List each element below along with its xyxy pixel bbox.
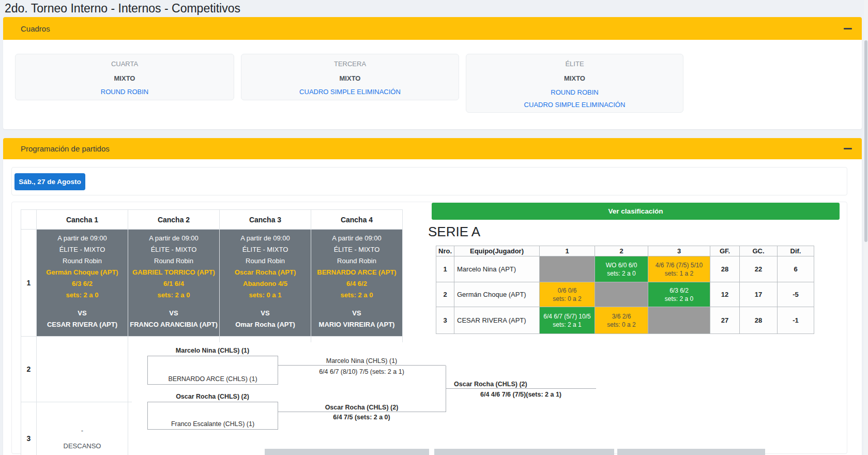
rest-dash: - (81, 427, 83, 434)
programacion-panel-header[interactable]: Programación de partidos (3, 138, 862, 159)
bracket-sf1-winner: Marcelo Nina (CHLS) (1) (278, 357, 446, 366)
bracket-final-score: 6/4 4/6 7/6 (7/5)(sets: 2 a 1) (446, 390, 596, 399)
class-loss-cell: 0/6 0/6 sets: 0 a 2 (540, 282, 595, 307)
bracket-sf1-player-bottom: BERNARDO ARCE (CHLS) (1) (148, 375, 278, 383)
match-start-time: A partir de 09:00 (220, 233, 311, 244)
class-row-number: 2 (436, 282, 454, 307)
class-dif-value: 6 (778, 256, 814, 282)
date-tab-button[interactable]: Sáb., 27 de Agosto (14, 173, 85, 190)
match-cell-court-1[interactable]: A partir de 09:00 ÉLITE - MIXTO Round Ro… (37, 230, 128, 337)
rest-cell: - DESCANSO (37, 402, 128, 455)
match-sets: sets: 2 a 0 (37, 290, 128, 301)
match-phase: Round Robin (37, 255, 128, 267)
bracket-sf2-winner-slot: Oscar Rocha (CHLS) (2) 6/4 7/5 (sets: 2 … (278, 403, 446, 421)
card-category-label: CUARTA (16, 60, 234, 68)
match-score: 6/3 6/2 (37, 278, 128, 290)
court-column-header: Cancha 3 (220, 210, 311, 230)
class-header-3: 3 (648, 246, 710, 256)
match-phase: Round Robin (220, 255, 311, 267)
class-loss-cell: 3/6 2/6 sets: 0 a 2 (595, 307, 648, 334)
match-winner: BERNARDO ARCE (APT) (311, 267, 402, 278)
match-cell-court-3[interactable]: A partir de 09:00 ÉLITE - MIXTO Round Ro… (220, 230, 311, 337)
match-category: ÉLITE - MIXTO (311, 244, 402, 255)
cutoff-cell-sliver (434, 449, 614, 455)
single-elimination-link[interactable]: CUADRO SIMPLE ELIMINACIÓN (466, 101, 683, 109)
card-gender-label: MIXTO (241, 74, 459, 82)
bracket-sf1-player-top: Marcelo Nina (CHLS) (1) (147, 346, 278, 355)
cutoff-cell-sliver (265, 449, 429, 455)
view-classification-button[interactable]: Ver clasificación (432, 203, 840, 220)
match-opponent: Omar Rocha (APT) (220, 319, 311, 330)
class-loss-cell: 4/6 7/6 (7/5) 5/10 sets: 1 a 2 (648, 256, 710, 282)
programacion-collapse-minus-icon[interactable] (844, 148, 852, 149)
bracket-sf2-winner: Oscar Rocha (CHLS) (2) (278, 403, 446, 412)
match-category: ÉLITE - MIXTO (128, 244, 219, 255)
class-header-2: 2 (595, 246, 648, 256)
match-start-time: A partir de 09:00 (37, 233, 128, 244)
scrollbar-thumb[interactable] (864, 40, 867, 242)
match-score: 6/1 6/4 (128, 278, 219, 290)
match-winner: GABRIEL TORRICO (APT) (128, 267, 219, 278)
bracket-sf1-winner-slot: Marcelo Nina (CHLS) (1) 6/4 6/7 (8/10) 7… (278, 357, 446, 376)
court-column-header: Cancha 4 (311, 210, 403, 230)
class-win-cell: 6/3 6/2 sets: 2 a 0 (648, 282, 710, 307)
class-row-number: 1 (436, 256, 454, 282)
card-category-label: TERCERA (241, 60, 459, 68)
match-phase: Round Robin (311, 255, 402, 267)
date-toolbar (11, 167, 847, 195)
match-sets: sets: 2 a 0 (311, 290, 402, 301)
class-self-cell (595, 282, 648, 307)
result-score: 6/4 6/7 (5/7) 10/5 (543, 312, 590, 321)
result-sets: sets: 2 a 0 (665, 295, 693, 303)
bracket-sf2-score: 6/4 7/5 (sets: 2 a 0) (278, 413, 446, 421)
programacion-panel-title: Programación de partidos (21, 144, 110, 153)
card-category-label: ÉLITE (466, 60, 683, 68)
match-vs-label: VS (128, 308, 219, 319)
bracket-final-slot: Oscar Rocha (CHLS) (2) 6/4 4/6 7/6 (7/5)… (446, 380, 596, 399)
result-sets: sets: 0 a 2 (553, 295, 581, 303)
match-vs-label: VS (37, 308, 128, 319)
class-team-name: Marcelo Nina (APT) (454, 256, 540, 282)
result-score: 4/6 7/6 (7/5) 5/10 (656, 261, 703, 269)
single-elimination-link[interactable]: CUADRO SIMPLE ELIMINACIÓN (241, 88, 459, 96)
cutoff-cell-sliver (617, 449, 765, 455)
class-dif-value: -1 (778, 307, 814, 334)
cuadros-collapse-minus-icon[interactable] (844, 28, 852, 29)
class-header-nro: Nro. (436, 246, 454, 256)
serie-title: SERIE A (428, 224, 480, 240)
class-gc-value: 28 (740, 307, 778, 334)
match-start-time: A partir de 09:00 (311, 233, 402, 244)
result-sets: sets: 0 a 2 (607, 321, 635, 329)
result-sets: sets: 2 a 0 (607, 269, 635, 278)
round-robin-link[interactable]: ROUND ROBIN (16, 88, 234, 96)
result-score: 6/3 6/2 (669, 286, 689, 295)
match-start-time: A partir de 09:00 (128, 233, 219, 244)
round-robin-link[interactable]: ROUND ROBIN (466, 88, 683, 96)
match-sets: sets: 0 a 1 (220, 290, 311, 301)
bracket-sf2-player-bottom: Franco Escalante (CHLS) (1) (148, 420, 278, 428)
match-cell-court-2[interactable]: A partir de 09:00 ÉLITE - MIXTO Round Ro… (128, 230, 220, 337)
class-dif-value: -5 (778, 282, 814, 307)
match-phase: Round Robin (128, 255, 219, 267)
cuadros-panel-title: Cuadros (21, 24, 50, 33)
cuadros-panel-header[interactable]: Cuadros (3, 17, 862, 40)
category-card-tercera: TERCERA MIXTO CUADRO SIMPLE ELIMINACIÓN (241, 54, 459, 100)
bracket-sf2-box: Franco Escalante (CHLS) (1) (147, 402, 278, 430)
class-team-name: CESAR RIVERA (APT) (454, 307, 540, 334)
bracket-sf1-box: BERNARDO ARCE (CHLS) (1) (147, 356, 278, 385)
class-gc-value: 22 (740, 256, 778, 282)
bracket-sf2-player-top: Oscar Rocha (CHLS) (2) (147, 392, 278, 401)
match-score: Abandono 4/5 (220, 278, 311, 290)
class-header-gc: GC. (740, 246, 778, 256)
class-win-cell: WO 6/0 6/0 sets: 2 a 0 (595, 256, 648, 282)
class-self-cell (648, 307, 710, 334)
result-score: WO 6/0 6/0 (606, 261, 637, 269)
rest-label: DESCANSO (64, 442, 101, 450)
class-win-cell: 6/4 6/7 (5/7) 10/5 sets: 2 a 1 (540, 307, 595, 334)
schedule-corner-cell (21, 210, 37, 230)
empty-slot-cell (37, 337, 128, 402)
match-cell-court-4[interactable]: A partir de 09:00 ÉLITE - MIXTO Round Ro… (311, 230, 403, 337)
class-gc-value: 17 (740, 282, 778, 307)
page-title: 2do. Torneo Interno - Internos - Competi… (5, 2, 240, 16)
class-header-1: 1 (540, 246, 595, 256)
